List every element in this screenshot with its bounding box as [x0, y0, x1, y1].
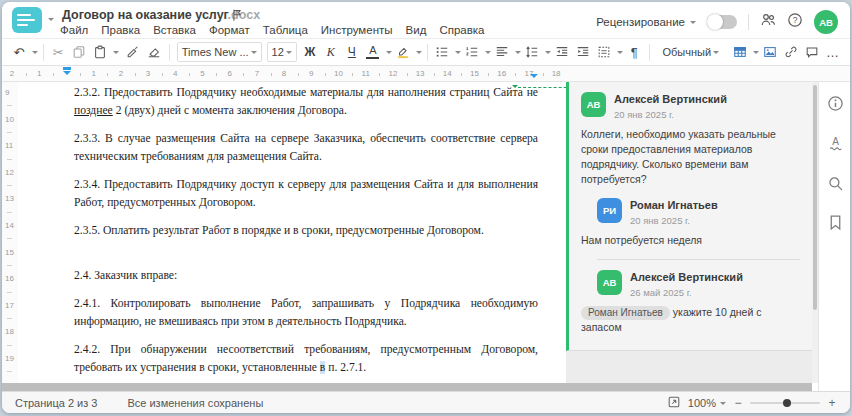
ruler-number: 1: [37, 69, 41, 78]
highlight-caret-icon[interactable]: [416, 51, 422, 57]
undo-button[interactable]: ↶: [9, 41, 29, 63]
zoom-controls: 100% − +: [667, 395, 837, 411]
line-spacing-caret-icon[interactable]: [545, 51, 551, 57]
page-count-label[interactable]: Страница 2 из 3: [15, 397, 97, 409]
cut-button[interactable]: ✂: [48, 41, 68, 63]
undo-caret-icon[interactable]: [32, 51, 38, 57]
decrease-indent-button[interactable]: [552, 41, 572, 63]
format-painter-button[interactable]: [123, 41, 143, 63]
menu-item-инструменты[interactable]: Инструменты: [321, 24, 393, 36]
bookmark-icon[interactable]: [826, 213, 844, 231]
menu-bar: ФайлПравкаВставкаФорматТаблицаИнструмент…: [60, 24, 485, 36]
comment-header: АВАлексей Вертинский26 май 2025 г.: [597, 270, 800, 298]
ruler-number: 6: [227, 69, 231, 78]
menu-item-формат[interactable]: Формат: [209, 24, 250, 36]
bold-button[interactable]: Ж: [300, 41, 320, 63]
ruler-number: 15: [470, 69, 479, 78]
review-mode-label[interactable]: Рецензирование: [596, 16, 685, 28]
ruler-number: 11: [362, 69, 370, 78]
comment-avatar: РИ: [597, 198, 622, 223]
zoom-slider-thumb[interactable]: [783, 399, 791, 407]
underline-button[interactable]: Ч: [342, 41, 362, 63]
insert-table-button[interactable]: [730, 41, 750, 63]
indent-marker[interactable]: [530, 74, 538, 82]
ruler-number: 13: [5, 194, 14, 203]
comment-text: Коллеги, необходимо указать реальные сро…: [581, 127, 800, 187]
editor-window: ? А Договор на оказание услуг.docx ФайлП…: [2, 2, 850, 413]
app-logo-icon[interactable]: [12, 7, 42, 33]
menu-item-вставка[interactable]: Вставка: [153, 24, 196, 36]
more-tools-button[interactable]: …: [823, 41, 843, 63]
ruler-number: 1: [91, 69, 95, 78]
copy-button[interactable]: [69, 41, 89, 63]
line-spacing-button[interactable]: [522, 41, 542, 63]
font-color-caret-icon[interactable]: [386, 51, 392, 57]
document-text[interactable]: 2.3.2. Предоставить Подрядчику необходим…: [74, 84, 538, 402]
comment-date: 26 май 2025 г.: [630, 287, 743, 298]
align-button[interactable]: [492, 41, 512, 63]
vertical-ruler[interactable]: 91011121314151617181920: [2, 82, 18, 391]
comment-author: Роман Игнатьев: [630, 198, 718, 212]
indent-marker[interactable]: [63, 71, 71, 79]
bullet-list-caret-icon[interactable]: [455, 51, 461, 57]
search-icon[interactable]: [826, 174, 844, 192]
comment-thread-card[interactable]: АВАлексей Вертинский20 янв 2025 г.Коллег…: [566, 82, 812, 351]
ruler-number: 4: [173, 69, 177, 78]
menu-item-правка[interactable]: Правка: [101, 24, 140, 36]
paragraph-borders-button[interactable]: [594, 41, 614, 63]
insert-table-caret-icon[interactable]: [753, 51, 759, 57]
paragraph-borders-caret-icon[interactable]: [617, 51, 623, 57]
highlight-color-button[interactable]: [393, 41, 413, 63]
font-color-button[interactable]: А: [363, 41, 383, 63]
bullet-list-button[interactable]: [432, 41, 452, 63]
zoom-out-button[interactable]: −: [733, 396, 743, 410]
insert-comment-button[interactable]: [802, 41, 822, 63]
first-line-indent-marker[interactable]: [63, 67, 71, 70]
align-caret-icon[interactable]: [515, 51, 521, 57]
mention-chip[interactable]: Роман Игнатьев: [581, 306, 670, 320]
ruler-number: 15: [5, 247, 14, 256]
help-icon[interactable]: [787, 12, 803, 32]
menu-item-таблица[interactable]: Таблица: [263, 24, 308, 36]
page-bottom-gap: [2, 383, 812, 391]
italic-button[interactable]: К: [321, 41, 341, 63]
save-status-label: Все изменения сохранены: [127, 397, 263, 409]
user-avatar[interactable]: АВ: [814, 10, 838, 34]
menu-item-файл[interactable]: Файл: [60, 24, 88, 36]
ruler-number: 14: [5, 221, 14, 230]
zoom-caret-icon[interactable]: [720, 402, 726, 408]
spellcheck-icon[interactable]: [826, 134, 844, 152]
fit-to-width-icon[interactable]: [667, 395, 681, 411]
ruler-number: 12: [388, 69, 397, 78]
zoom-slider[interactable]: [750, 402, 820, 404]
insert-link-button[interactable]: [781, 41, 801, 63]
paste-caret-icon[interactable]: [113, 51, 119, 57]
paste-button[interactable]: [90, 41, 110, 63]
review-toggle[interactable]: [707, 15, 737, 29]
numbered-list-button[interactable]: [462, 41, 482, 63]
document-page[interactable]: 2.3.2. Предоставить Подрядчику необходим…: [18, 82, 566, 383]
ruler-number: 7: [255, 69, 259, 78]
show-paragraph-marks-button[interactable]: ¶: [624, 41, 644, 63]
comment-header: АВАлексей Вертинский20 янв 2025 г.: [581, 92, 800, 120]
scrollbar-thumb[interactable]: [813, 85, 817, 310]
review-mode-caret-icon[interactable]: [690, 21, 696, 27]
paragraph-style-select[interactable]: Обычный: [658, 42, 723, 62]
zoom-value[interactable]: 100%: [688, 397, 716, 409]
horizontal-ruler[interactable]: 21123456789101112131415161718: [2, 66, 850, 82]
clear-formatting-button[interactable]: [144, 41, 164, 63]
app-menu-caret-icon[interactable]: [48, 18, 54, 24]
font-size-select[interactable]: 12: [267, 42, 297, 62]
increase-indent-button[interactable]: [573, 41, 593, 63]
ruler-number: 10: [334, 69, 343, 78]
insert-image-button[interactable]: [760, 41, 780, 63]
numbered-list-caret-icon[interactable]: [485, 51, 491, 57]
comment-avatar: АВ: [581, 92, 606, 117]
menu-item-справка[interactable]: Справка: [439, 24, 484, 36]
ruler-number: 2: [10, 69, 14, 78]
menu-item-вид[interactable]: Вид: [406, 24, 427, 36]
zoom-in-button[interactable]: +: [827, 396, 837, 410]
font-name-select[interactable]: Times New ...: [177, 42, 262, 62]
collaboration-users-icon[interactable]: [760, 12, 776, 32]
document-info-icon[interactable]: [826, 94, 844, 112]
